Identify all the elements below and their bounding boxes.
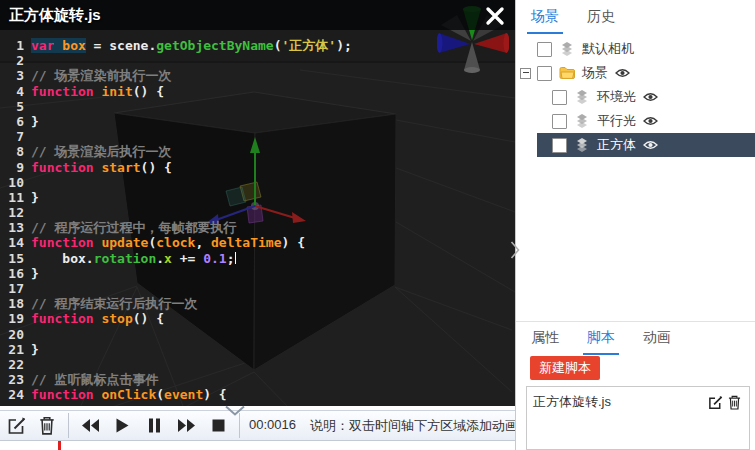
code-text[interactable]: function onClick(event) { (31, 387, 227, 402)
editor-title: 正方体旋转.js (0, 6, 101, 25)
inspector-tabs: 属性 脚本 动画 (516, 329, 755, 355)
code-token: clock (156, 235, 195, 250)
checkbox-cube[interactable] (552, 138, 567, 153)
code-text[interactable]: var box = scene.getObjectByName('正方体'); (31, 38, 352, 53)
code-line-4: 4function init() { (0, 84, 515, 99)
code-text[interactable]: box.rotation.x += 0.1; (31, 251, 236, 266)
close-editor-button[interactable] (484, 5, 506, 27)
code-token: } (31, 266, 39, 281)
code-text[interactable]: // 场景渲染前执行一次 (31, 68, 171, 83)
line-number: 3 (0, 68, 24, 83)
code-text[interactable]: // 程序结束运行后执行一次 (31, 296, 197, 311)
checkbox-default-camera[interactable] (537, 42, 552, 57)
code-token: } (31, 114, 39, 129)
checkbox-ambient-light[interactable] (552, 90, 567, 105)
line-number: 15 (0, 251, 24, 266)
app-window: 正方体旋转.js 1var box = scene.getObjectByNam… (0, 0, 755, 450)
line-number: 17 (0, 281, 24, 296)
line-number: 6 (0, 114, 24, 129)
rewind-icon (81, 418, 100, 433)
text-cursor (235, 252, 237, 264)
visibility-eye-icon[interactable] (643, 92, 658, 102)
code-text[interactable]: } (31, 342, 39, 357)
code-token: init (101, 84, 132, 99)
visibility-eye-icon[interactable] (615, 68, 630, 78)
code-text[interactable]: // 程序运行过程中，每帧都要执行 (31, 220, 236, 235)
code-token: function (31, 235, 94, 250)
code-text[interactable]: // 监听鼠标点击事件 (31, 372, 158, 387)
code-token: () { (133, 84, 164, 99)
code-text[interactable]: function update(clock, deltaTime) { (31, 235, 305, 250)
code-token: () { (141, 160, 172, 175)
tree-item-cube[interactable]: 正方体 (537, 133, 755, 157)
code-text[interactable]: function stop() { (31, 311, 164, 326)
pause-button[interactable] (142, 414, 166, 438)
toolbar-separator (68, 413, 69, 438)
tree-item-directional-light[interactable]: 平行光 (516, 109, 755, 133)
code-text[interactable]: } (31, 266, 39, 281)
panel-collapse-handle[interactable] (509, 240, 521, 264)
tree-item-scene[interactable]: 场景 (516, 61, 755, 85)
code-pane[interactable]: 1var box = scene.getObjectByName('正方体');… (0, 30, 515, 406)
code-line-24: 24function onClick(event) { (0, 387, 515, 402)
timeline-track[interactable] (0, 441, 515, 450)
collapse-toggle-icon[interactable] (520, 68, 531, 79)
tab-properties[interactable]: 属性 (527, 329, 563, 355)
code-token: += (172, 251, 203, 266)
tab-scene[interactable]: 场景 (527, 8, 563, 34)
code-token: // 程序运行过程中，每帧都要执行 (31, 220, 236, 235)
line-number: 18 (0, 296, 24, 311)
code-editor-overlay[interactable]: 正方体旋转.js 1var box = scene.getObjectByNam… (0, 0, 515, 406)
line-number: 20 (0, 327, 24, 342)
code-token: // 监听鼠标点击事件 (31, 372, 158, 387)
tab-animation[interactable]: 动画 (639, 329, 675, 355)
visibility-eye-icon[interactable] (643, 140, 658, 150)
edit-script-button[interactable] (708, 395, 723, 410)
code-line-2: 2 (0, 53, 515, 68)
timeline-time: 00:0016 (249, 417, 296, 435)
rewind-button[interactable] (78, 414, 102, 438)
tab-history[interactable]: 历史 (583, 8, 619, 34)
code-line-1: 1var box = scene.getObjectByName('正方体'); (0, 38, 515, 53)
side-panel: 场景 历史 默认相机场景环境光平行光正方体 属性 脚本 动画 新建脚本 正方体旋… (515, 0, 755, 450)
delete-animation-button[interactable] (35, 414, 59, 438)
code-line-23: 23// 监听鼠标点击事件 (0, 372, 515, 387)
script-list-item[interactable]: 正方体旋转.js (527, 387, 749, 411)
code-text[interactable]: } (31, 114, 39, 129)
code-token: getObjectByName (156, 38, 273, 53)
line-number: 4 (0, 84, 24, 99)
checkbox-scene[interactable] (537, 66, 552, 81)
code-line-5: 5 (0, 99, 515, 114)
code-line-17: 17 (0, 281, 515, 296)
edit-animation-button[interactable] (5, 414, 29, 438)
code-text[interactable]: function start() { (31, 160, 172, 175)
code-line-12: 12 (0, 205, 515, 220)
chevron-right-icon (509, 240, 521, 260)
new-script-button[interactable]: 新建脚本 (530, 356, 600, 380)
line-number: 8 (0, 144, 24, 159)
delete-script-button[interactable] (728, 395, 741, 410)
code-text[interactable]: // 场景渲染后执行一次 (31, 144, 171, 159)
visibility-eye-icon[interactable] (643, 116, 658, 126)
editor-collapse-button[interactable] (222, 404, 248, 422)
code-text[interactable]: } (31, 190, 39, 205)
fast-forward-button[interactable] (174, 414, 198, 438)
checkbox-directional-light[interactable] (552, 114, 567, 129)
code-token: function (31, 84, 94, 99)
tree-item-ambient-light[interactable]: 环境光 (516, 85, 755, 109)
code-line-3: 3// 场景渲染前执行一次 (0, 68, 515, 83)
tab-script[interactable]: 脚本 (583, 329, 619, 355)
tree-item-default-camera[interactable]: 默认相机 (516, 37, 755, 61)
code-token: function (31, 311, 94, 326)
timeline-hint: 说明：双击时间轴下方区域添加动画。 (310, 417, 531, 435)
code-token: } (31, 190, 39, 205)
code-line-21: 21} (0, 342, 515, 357)
code-token: onClick (101, 387, 156, 402)
code-token: start (101, 160, 140, 175)
code-line-18: 18// 程序结束运行后执行一次 (0, 296, 515, 311)
code-text[interactable]: function init() { (31, 84, 164, 99)
play-button[interactable] (110, 414, 134, 438)
code-token: rotation (94, 251, 157, 266)
timeline-playhead[interactable] (58, 441, 61, 450)
code-line-16: 16} (0, 266, 515, 281)
